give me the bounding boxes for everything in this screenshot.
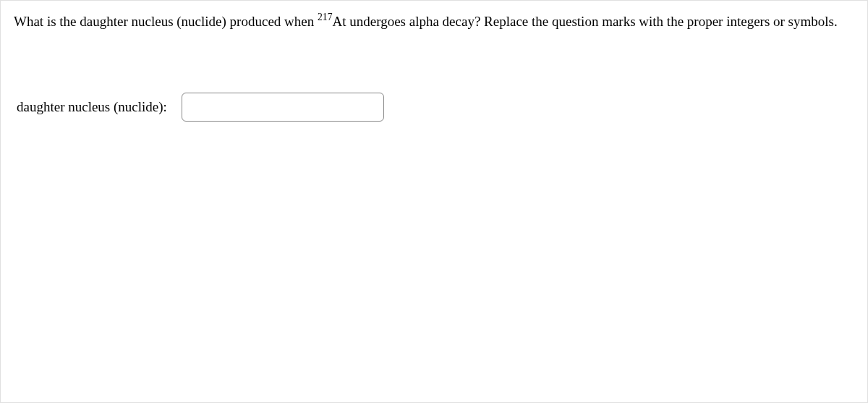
mass-number-superscript: 217 (318, 12, 333, 22)
question-container: What is the daughter nucleus (nuclide) p… (0, 0, 868, 403)
daughter-nucleus-input[interactable] (182, 93, 384, 122)
answer-row: daughter nucleus (nuclide): (17, 93, 854, 122)
question-text-before: What is the daughter nucleus (nuclide) p… (14, 14, 318, 29)
answer-label: daughter nucleus (nuclide): (17, 99, 167, 115)
question-text-after: At undergoes alpha decay? Replace the qu… (332, 14, 837, 29)
question-text: What is the daughter nucleus (nuclide) p… (14, 9, 854, 35)
